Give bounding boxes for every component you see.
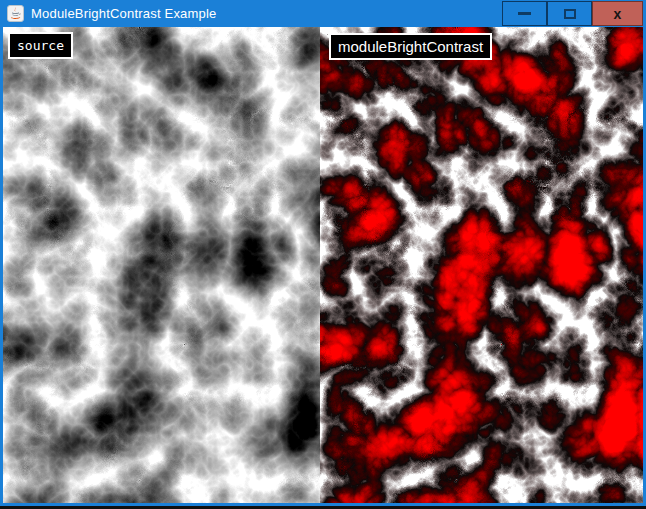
app-window: ModuleBrightContrast Example x source m (0, 0, 646, 509)
source-image (3, 27, 320, 503)
image-viewer-area: source moduleBrightContrast (3, 27, 643, 503)
window-controls: x (502, 1, 643, 26)
maximize-button[interactable] (547, 1, 592, 26)
processed-image-label: moduleBrightContrast (329, 33, 492, 60)
close-button[interactable]: x (592, 1, 643, 26)
processed-image-panel: moduleBrightContrast (320, 27, 643, 503)
source-image-panel: source (3, 27, 320, 503)
close-icon: x (614, 7, 622, 21)
minimize-icon (518, 12, 531, 15)
minimize-button[interactable] (502, 1, 547, 26)
java-app-icon (7, 5, 24, 22)
window-title: ModuleBrightContrast Example (31, 6, 217, 21)
titlebar[interactable]: ModuleBrightContrast Example x (0, 0, 646, 27)
source-image-label: source (8, 32, 73, 59)
maximize-icon (564, 9, 576, 19)
processed-image (320, 27, 643, 503)
